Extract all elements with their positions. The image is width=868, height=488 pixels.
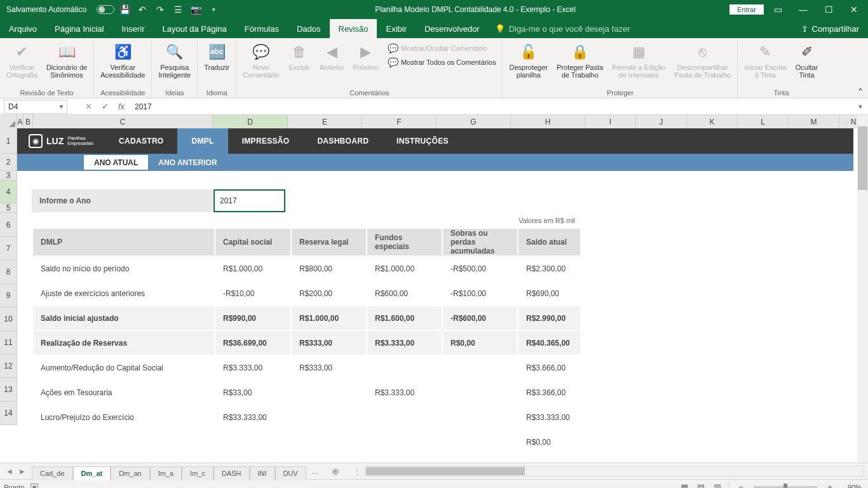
col-header-E[interactable]: E [288,115,362,128]
col-header-A[interactable]: A [17,115,24,128]
smart-lookup-button[interactable]: 🔍Pesquisa Inteligente [154,41,194,80]
prev-comment-button[interactable]: ◀Anterior [316,41,348,72]
row-header-1[interactable]: 1 [0,128,17,154]
table-cell[interactable]: R$33,00 [215,381,290,404]
formula-expand-icon[interactable]: ▼ [853,104,868,110]
nav-impressão[interactable]: IMPRESSÃO [228,128,304,154]
sheet-tab-dash[interactable]: DASH [214,466,250,480]
sheet-tab-duv[interactable]: DUV [275,466,306,480]
zoom-out-icon[interactable]: − [733,481,749,489]
col-header-B[interactable]: B [24,115,33,128]
table-cell[interactable]: R$36.699,00 [215,331,290,355]
table-cell[interactable] [367,405,442,429]
col-header-F[interactable]: F [362,115,437,128]
sheet-tab-dm_an[interactable]: Dm_an [111,466,149,480]
table-cell[interactable]: -R$10,00 [215,281,290,305]
login-button[interactable]: Entrar [729,4,764,15]
undo-icon[interactable]: ↶ [135,2,150,17]
hide-ink-button[interactable]: ✐Ocultar Tinta [792,41,822,80]
table-cell[interactable] [443,356,517,379]
select-all[interactable] [0,115,17,128]
collapse-ribbon-icon[interactable]: ^ [853,41,868,98]
row-header-7[interactable]: 7 [0,237,17,261]
row-header-4[interactable]: 4 [0,180,17,203]
name-box[interactable]: D4 ▼ [4,100,67,114]
maximize-icon[interactable]: ☐ [817,1,840,18]
sheet-tab-cad_de[interactable]: Cad_de [32,466,73,480]
menu-layout-da-página[interactable]: Layout da Página [154,19,236,38]
unshare-workbook-button[interactable]: ⎋Descompartilhar Pasta de Trabalho [670,41,735,80]
row-header-6[interactable]: 6 [0,213,17,237]
scroll-thumb[interactable] [366,467,525,475]
protect-workbook-button[interactable]: 🔒Proteger Pasta de Trabalho [553,41,607,80]
table-cell[interactable]: R$2.990,00 [519,306,580,330]
nav-instruções[interactable]: INSTRUÇÕES [383,128,463,154]
year-input-cell[interactable]: 2017 [214,189,285,212]
nav-cadastro[interactable]: CADASTRO [105,128,177,154]
translate-button[interactable]: 🔤Traduzir [200,41,233,72]
horizontal-scrollbar[interactable] [365,466,864,477]
minimize-icon[interactable]: — [792,1,815,18]
table-cell[interactable]: Realização de Reservas [33,331,214,355]
formula-input[interactable]: 2017 [130,102,853,111]
nav-dmpl[interactable]: DMPL [177,128,227,154]
col-header-H[interactable]: H [511,115,585,128]
menu-fórmulas[interactable]: Fórmulas [236,19,288,38]
col-header-M[interactable]: M [789,115,839,128]
split-handle-icon[interactable]: ⋮ [353,467,361,476]
table-cell[interactable]: R$1.000,00 [292,306,366,330]
table-cell[interactable]: R$1.000,00 [215,257,290,280]
table-cell[interactable]: R$0,00 [443,331,517,355]
redo-icon[interactable]: ↷ [153,2,168,17]
table-cell[interactable] [292,381,366,404]
table-cell[interactable]: R$40.365,00 [519,331,580,355]
show-all-comments-button[interactable]: 💬Mostrar Todos os Comentários [384,56,500,69]
normal-view-icon[interactable]: ▦ [677,481,692,489]
table-cell[interactable]: R$600,00 [367,281,442,305]
table-cell[interactable]: R$800,00 [292,257,366,280]
sheet-more-icon[interactable]: … [306,467,324,476]
unprotect-sheet-button[interactable]: 🔓Desproteger planilha [505,41,552,80]
table-cell[interactable]: R$0,00 [519,430,580,454]
table-cell[interactable] [443,405,517,429]
row-header-3[interactable]: 3 [0,171,17,180]
col-header-K[interactable]: K [687,115,738,128]
menu-desenvolvedor[interactable]: Desenvolvedor [416,19,489,38]
thesaurus-button[interactable]: 📖Dicionário de Sinônimos [43,41,91,80]
zoom-slider[interactable] [754,486,817,489]
camera-icon[interactable]: 📷 [188,2,203,17]
allow-edit-ranges-button[interactable]: ▦Permitir a Edição de Intervalos [608,41,669,80]
row-header-11[interactable]: 11 [0,331,17,355]
zoom-in-icon[interactable]: + [822,481,837,489]
table-cell[interactable]: Ações em Tesouraria [33,381,214,404]
table-cell[interactable]: R$3.666,00 [519,356,580,379]
table-cell[interactable]: R$200,00 [292,281,366,305]
row-header-13[interactable]: 13 [0,378,17,402]
table-cell[interactable] [443,381,517,404]
table-cell[interactable]: R$3.333,00 [215,356,290,379]
row-header-8[interactable]: 8 [0,261,17,284]
sheet-prev-icon[interactable]: ◄ [4,466,15,477]
row-header-9[interactable]: 9 [0,284,17,308]
accessibility-button[interactable]: ♿Verificar Acessibilidade [97,41,149,80]
table-cell[interactable] [33,430,214,454]
sheet-next-icon[interactable]: ► [17,466,28,477]
next-comment-button[interactable]: ▶Próximo [349,41,383,72]
show-hide-comment-button[interactable]: 💬Mostrar/Ocultar Comentário [384,42,500,55]
autosave-toggle[interactable] [97,5,114,14]
table-cell[interactable] [292,405,366,429]
table-cell[interactable]: R$3.333,00 [367,381,442,404]
table-cell[interactable]: R$690,00 [519,281,580,305]
ribbon-display-icon[interactable]: ▭ [766,1,789,18]
delete-comment-button[interactable]: 🗑Excluir [284,41,315,72]
vertical-scrollbar[interactable] [857,115,868,463]
row-header-5[interactable]: 5 [0,203,17,213]
subtab-ano-anterior[interactable]: ANO ANTERIOR [148,155,227,170]
col-header-L[interactable]: L [738,115,789,128]
table-cell[interactable]: Ajuste de exercícios anteriores [33,281,214,305]
sheet-content[interactable]: ◉ LUZ Planilhas Empresariais CADASTRODMP… [17,128,868,463]
enter-icon[interactable]: ✔ [97,100,113,114]
table-cell[interactable] [367,430,442,454]
macro-record-icon[interactable] [31,484,38,489]
table-cell[interactable]: R$333,00 [292,331,366,355]
